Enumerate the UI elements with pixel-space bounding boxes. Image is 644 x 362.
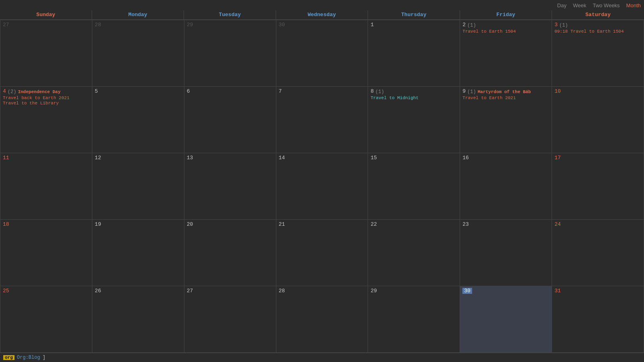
day-number: 21 xyxy=(279,221,285,227)
day-header-friday: Friday xyxy=(460,10,552,19)
cal-cell-w3d6[interactable]: 24 xyxy=(552,220,644,286)
cal-cell-w2d2[interactable]: 13 xyxy=(184,153,276,220)
day-number: 24 xyxy=(554,221,561,227)
cal-cell-w4d6[interactable]: 31 xyxy=(552,286,644,353)
day-number: 6 xyxy=(187,88,190,94)
cal-cell-w3d5[interactable]: 23 xyxy=(460,220,552,286)
cal-cell-w0d3[interactable]: 30 xyxy=(276,20,368,87)
cal-cell-w1d6[interactable]: 10 xyxy=(552,87,644,153)
view-two-weeks[interactable]: Two Weeks xyxy=(593,2,620,8)
day-number: 26 xyxy=(95,288,101,294)
view-week[interactable]: Week xyxy=(573,2,586,8)
cal-cell-w3d0[interactable]: 18 xyxy=(0,220,92,286)
day-header-thursday: Thursday xyxy=(368,10,460,19)
day-number: 15 xyxy=(370,155,377,161)
cal-cell-w0d2[interactable]: 29 xyxy=(184,20,276,87)
cal-cell-w3d2[interactable]: 20 xyxy=(184,220,276,286)
day-number: 13 xyxy=(187,155,193,161)
cal-cell-w1d0[interactable]: 4(2)Independence DayTravel back to Earth… xyxy=(0,87,92,153)
day-number: 16 xyxy=(462,155,469,161)
day-header-sunday: Sunday xyxy=(0,10,92,19)
view-day[interactable]: Day xyxy=(557,2,567,8)
day-number: 19 xyxy=(95,221,101,227)
day-number: 12 xyxy=(95,155,101,161)
day-number: 5 xyxy=(95,88,98,94)
cal-cell-w1d2[interactable]: 6 xyxy=(184,87,276,153)
day-number: 11 xyxy=(3,155,9,161)
day-number: 23 xyxy=(462,221,469,227)
day-number: 29 xyxy=(370,288,377,294)
cal-cell-w4d0[interactable]: 25 xyxy=(0,286,92,353)
cal-cell-w2d3[interactable]: 14 xyxy=(276,153,368,220)
cal-cell-w1d5[interactable]: 9(1)Martyrdom of the BábTravel to Earth … xyxy=(460,87,552,153)
cal-cell-w4d3[interactable]: 28 xyxy=(276,286,368,353)
calendar-grid: 2728293012(1)Travel to Earth 15043(1)09:… xyxy=(0,20,644,353)
day-number: 28 xyxy=(95,22,101,28)
day-number: 29 xyxy=(187,22,193,28)
cal-cell-w0d1[interactable]: 28 xyxy=(92,20,184,87)
day-header-wednesday: Wednesday xyxy=(276,10,368,19)
cal-cell-w2d1[interactable]: 12 xyxy=(92,153,184,220)
day-number: 22 xyxy=(370,221,377,227)
cal-cell-w2d0[interactable]: 11 xyxy=(0,153,92,220)
cal-cell-w2d5[interactable]: 16 xyxy=(460,153,552,220)
cal-cell-w0d6[interactable]: 3(1)09:18 Travel to Earth 1504 xyxy=(552,20,644,87)
day-number: 10 xyxy=(554,88,561,94)
footer-close: ] xyxy=(42,355,45,360)
cal-cell-w1d4[interactable]: 8(1)Travel to Midnight xyxy=(368,87,460,153)
cal-cell-w4d1[interactable]: 26 xyxy=(92,286,184,353)
footer-link[interactable]: Org:Blog xyxy=(17,355,40,360)
day-number: 28 xyxy=(279,288,285,294)
cal-cell-w2d4[interactable]: 15 xyxy=(368,153,460,220)
view-month[interactable]: Month xyxy=(626,2,641,8)
cal-cell-w3d4[interactable]: 22 xyxy=(368,220,460,286)
day-number: 25 xyxy=(3,288,9,294)
cal-cell-w2d6[interactable]: 17 xyxy=(552,153,644,220)
cal-cell-w3d3[interactable]: 21 xyxy=(276,220,368,286)
day-number: 14 xyxy=(279,155,285,161)
cal-cell-w0d5[interactable]: 2(1)Travel to Earth 1504 xyxy=(460,20,552,87)
cal-cell-w4d5[interactable]: 30 xyxy=(460,286,552,353)
day-header-monday: Monday xyxy=(92,10,184,19)
cal-cell-w1d3[interactable]: 7 xyxy=(276,87,368,153)
header: Day Week Two Weeks Month xyxy=(0,0,644,10)
cal-cell-w0d0[interactable]: 27 xyxy=(0,20,92,87)
cal-cell-w3d1[interactable]: 19 xyxy=(92,220,184,286)
footer: org Org:Blog ] xyxy=(0,353,644,362)
day-number: 17 xyxy=(554,155,561,161)
day-header-saturday: Saturday xyxy=(552,10,644,19)
day-number: 30 xyxy=(462,288,472,294)
day-number: 20 xyxy=(187,221,193,227)
view-options: Day Week Two Weeks Month xyxy=(557,2,641,8)
cal-cell-w0d4[interactable]: 1 xyxy=(368,20,460,87)
day-number: 1 xyxy=(370,22,374,28)
cal-cell-w4d2[interactable]: 27 xyxy=(184,286,276,353)
day-number: 27 xyxy=(187,288,193,294)
nav-row: Day Week Two Weeks Month xyxy=(3,2,641,10)
day-header-tuesday: Tuesday xyxy=(184,10,276,19)
day-number: 7 xyxy=(279,88,282,94)
day-number: 18 xyxy=(3,221,9,227)
day-number: 27 xyxy=(3,22,9,28)
cal-cell-w4d4[interactable]: 29 xyxy=(368,286,460,353)
day-number: 30 xyxy=(279,22,285,28)
cal-cell-w1d1[interactable]: 5 xyxy=(92,87,184,153)
day-headers: SundayMondayTuesdayWednesdayThursdayFrid… xyxy=(0,10,644,20)
footer-tag: org xyxy=(3,355,15,360)
day-number: 31 xyxy=(554,288,561,294)
